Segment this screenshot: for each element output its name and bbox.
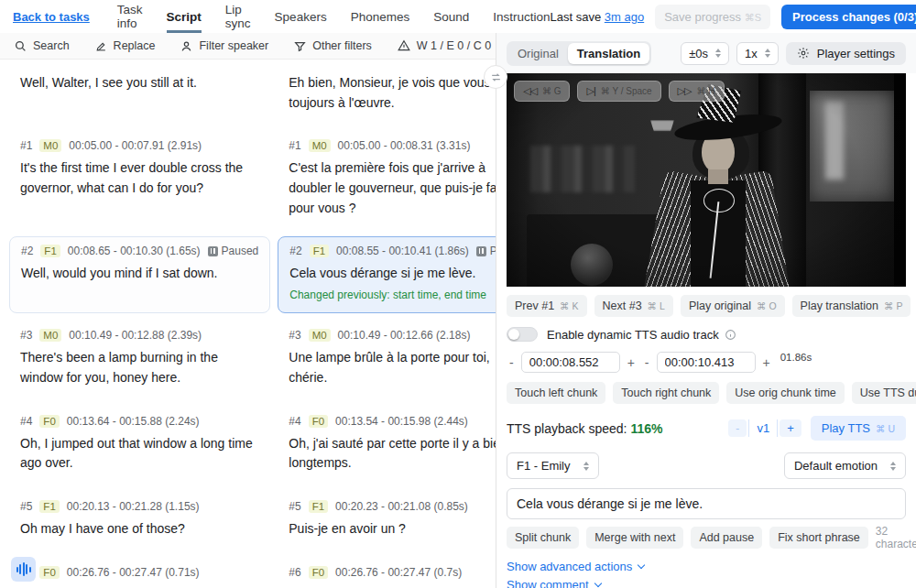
translation-text-input[interactable] — [507, 488, 906, 519]
chunk-text[interactable]: There's been a lamp burning in the windo… — [20, 348, 257, 387]
script-chunk[interactable]: #4 F0 00:13.64 - 00:15.88 (2.24s) Oh, I … — [18, 407, 259, 492]
script-chunk[interactable]: #5 F1 00:20.13 - 00:21.28 (1.15s) Oh may… — [18, 492, 259, 558]
play-translation-button[interactable]: Play translation⌘ P — [792, 295, 911, 317]
last-save-label: Last save — [551, 10, 602, 24]
start-time-minus-button[interactable]: - — [507, 355, 517, 370]
tab-instruction[interactable]: Instruction — [493, 0, 550, 33]
tts-speed-value: 116% — [631, 421, 663, 436]
script-chunk[interactable]: #1 M0 00:05.00 - 00:08.31 (3.31s) C'est … — [287, 131, 496, 236]
issue-counters[interactable]: W 1 / E 0 / C 0 — [398, 39, 491, 52]
other-filters-tool[interactable]: Other filters — [294, 39, 372, 52]
start-time-input[interactable] — [521, 352, 620, 373]
chunk-text[interactable]: Well, would you mind if I sat down. — [21, 264, 258, 284]
view-tab-translation[interactable]: Translation — [568, 43, 649, 64]
chunk-text[interactable]: Oh, I jumped out that window a long time… — [20, 434, 257, 474]
header-actions: Last save 3m ago Save progress ⌘S Proces… — [551, 5, 916, 29]
show-advanced-actions-link[interactable]: Show advanced actions — [507, 560, 644, 573]
start-time-plus-button[interactable]: + — [625, 355, 638, 370]
offset-value: ±0s — [689, 47, 708, 60]
use-orig-chunk-time-button[interactable]: Use orig chunk time — [726, 382, 844, 404]
chunk-text[interactable]: Well, Walter, I see you still at it. — [20, 73, 257, 93]
speaker-select[interactable]: F1 - Emily — [507, 452, 599, 479]
end-time-plus-button[interactable]: + — [760, 355, 773, 370]
script-chunk[interactable]: #3 M0 00:10.49 - 00:12.66 (2.18s) Une la… — [287, 321, 496, 406]
offset-spinner[interactable]: ±0s — [681, 42, 729, 65]
search-tool[interactable]: Search — [15, 39, 70, 52]
script-chunk[interactable]: #2 F1 00:08.65 - 00:10.30 (1.65s) Paused… — [9, 236, 270, 313]
chunk-text[interactable]: And the match. — [20, 585, 257, 588]
touch-left-chunk-button[interactable]: Touch left chunk — [507, 382, 605, 404]
next-3-button[interactable]: Next #3⌘ L — [594, 295, 673, 317]
emotion-select[interactable]: Default emotion — [784, 452, 906, 479]
tts-version-minus-button[interactable]: - — [728, 419, 747, 437]
filter-speaker-tool[interactable]: Filter speaker — [180, 39, 268, 52]
tab-script[interactable]: Script — [167, 0, 202, 33]
audio-waveform-button[interactable] — [11, 557, 36, 582]
speed-spinner[interactable]: 1x — [736, 42, 779, 65]
tab-speakers[interactable]: Speakers — [275, 0, 327, 33]
add-pause-button[interactable]: Add pause — [691, 527, 762, 549]
play-tts-button[interactable]: Play TTS ⌘ U — [811, 416, 906, 441]
show-comment-link[interactable]: Show comment — [507, 578, 601, 588]
script-chunk[interactable]: #1 M0 00:05.00 - 00:07.91 (2.91s) It's t… — [18, 131, 259, 236]
script-chunk[interactable]: Eh bien, Monsieur, je vois que vous êtes… — [287, 65, 496, 131]
speaker-badge: F1 — [39, 500, 59, 513]
rewind-button[interactable]: ◁◁ ⌘ G — [514, 81, 570, 102]
tab-lip-sync[interactable]: Lip sync — [225, 0, 251, 33]
info-icon[interactable] — [725, 329, 736, 341]
save-progress-button[interactable]: Save progress ⌘S — [655, 5, 770, 29]
split-chunk-button[interactable]: Split chunk — [507, 527, 579, 549]
back-to-tasks-link[interactable]: Back to tasks — [13, 10, 90, 24]
process-changes-button[interactable]: Process changes (0/3) — [781, 5, 916, 29]
script-chunk[interactable]: #2 F1 00:08.55 - 00:10.41 (1.86s) Paused… — [278, 236, 496, 313]
video-overlay-controls: ◁◁ ⌘ G ▷| ⌘ Y / Space ▷▷ ⌘ H — [514, 81, 725, 102]
fix-short-phrase-button[interactable]: Fix short phrase — [769, 527, 868, 549]
chunk-text[interactable]: Oh, j'ai sauté par cette porte il y a bi… — [289, 434, 496, 474]
speaker-badge: M0 — [309, 139, 331, 152]
script-chunk[interactable]: Well, Walter, I see you still at it. — [18, 65, 259, 131]
video-player[interactable]: ◁◁ ⌘ G ▷| ⌘ Y / Space ▷▷ ⌘ H — [507, 73, 906, 287]
replace-tool[interactable]: Replace — [95, 39, 156, 52]
replace-label: Replace — [114, 39, 156, 52]
play-pause-button[interactable]: ▷| ⌘ Y / Space — [577, 81, 660, 102]
chunk-text[interactable]: Et le match. — [289, 585, 496, 588]
chunk-text[interactable]: Eh bien, Monsieur, je vois que vous êtes… — [289, 73, 496, 113]
script-chunk[interactable]: #5 F1 00:20.23 - 00:21.08 (0.85s) Puis-j… — [287, 492, 496, 558]
use-tts-duration-button[interactable]: Use TTS duration — [852, 382, 916, 404]
chunk-text[interactable]: Une lampe brûle à la porte pour toi, ché… — [289, 348, 496, 387]
script-chunk[interactable]: #6 F0 00:26.76 - 00:27.47 (0.7s) Et le m… — [287, 558, 496, 588]
chunk-time-range: 00:10.49 - 00:12.88 (2.39s) — [69, 329, 202, 342]
play-original-label: Play original — [689, 299, 751, 312]
tab-sound[interactable]: Sound — [433, 0, 469, 33]
player-nav: Prev #1⌘ KNext #3⌘ LPlay original⌘ OPlay… — [507, 295, 906, 317]
swap-columns-button[interactable] — [484, 65, 507, 89]
tab-task-info[interactable]: Task info — [117, 0, 143, 33]
touch-right-chunk-button[interactable]: Touch right chunk — [613, 382, 719, 404]
chunk-text[interactable]: It's the first time I ever double cross … — [20, 158, 257, 198]
chunk-text[interactable]: Oh may I have one of those? — [20, 519, 257, 539]
end-time-input[interactable] — [657, 352, 756, 373]
forward-button[interactable]: ▷▷ ⌘ H — [669, 81, 725, 102]
spinner-arrows-icon[interactable] — [765, 49, 770, 58]
prev-1-label: Prev #1 — [515, 299, 554, 312]
chunk-duration-label: 01.86s — [780, 352, 812, 363]
script-chunk[interactable]: #6 F0 00:26.76 - 00:27.47 (0.71s) And th… — [18, 558, 259, 588]
chunk-text[interactable]: Cela vous dérange si je me lève. — [289, 264, 496, 284]
player-settings-button[interactable]: Player settings — [786, 42, 906, 65]
end-time-minus-button[interactable]: - — [642, 355, 652, 370]
tab-phonemes[interactable]: Phonemes — [351, 0, 410, 33]
script-chunk[interactable]: #3 M0 00:10.49 - 00:12.88 (2.39s) There'… — [18, 321, 259, 406]
script-chunk[interactable]: #4 F0 00:13.54 - 00:15.98 (2.44s) Oh, j'… — [287, 407, 496, 492]
merge-with-next-button[interactable]: Merge with next — [586, 527, 683, 549]
chunk-time-range: 00:05.00 - 00:08.31 (3.31s) — [338, 139, 471, 152]
chunk-text[interactable]: Puis-je en avoir un ? — [289, 519, 496, 539]
swap-arrows-icon — [490, 71, 502, 83]
spinner-arrows-icon[interactable] — [715, 49, 721, 58]
tts-version-plus-button[interactable]: + — [780, 419, 802, 437]
play-original-button[interactable]: Play original⌘ O — [681, 295, 785, 317]
last-save-time-link[interactable]: 3m ago — [605, 10, 644, 24]
prev-1-button[interactable]: Prev #1⌘ K — [507, 295, 587, 317]
view-tab-original[interactable]: Original — [508, 43, 568, 64]
chunk-text[interactable]: C'est la première fois que j'arrive à do… — [289, 158, 496, 218]
dynamic-tts-toggle[interactable] — [507, 327, 538, 342]
